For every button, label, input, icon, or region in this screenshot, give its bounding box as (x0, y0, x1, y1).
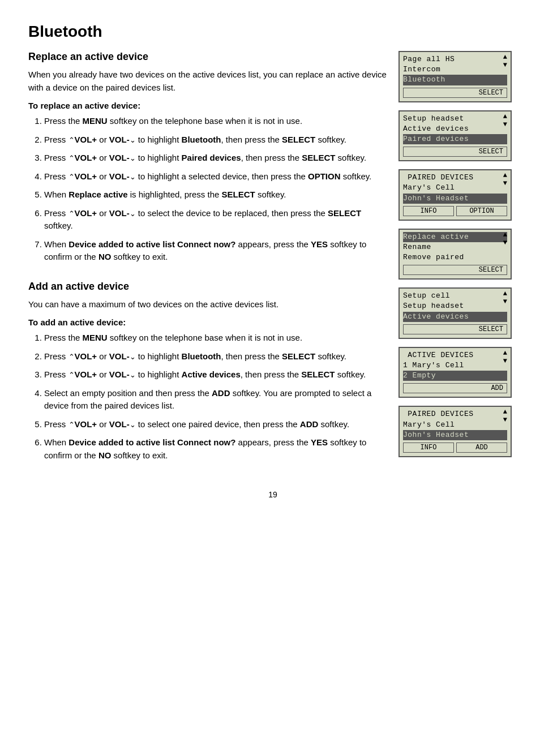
section1-heading: Replace an active device (28, 51, 387, 63)
step-2-2: Press ⌃VOL+ or VOL-⌄ to highlight Blueto… (44, 350, 387, 363)
screen2-line3-highlighted: Paired devices (403, 134, 507, 144)
screens-column: ▲▼ Page all HS Intercom Bluetooth SELECT… (398, 51, 517, 473)
screen2-softkey: SELECT (403, 147, 507, 157)
page-number: 19 (28, 490, 517, 499)
screen6-softkey: ADD (403, 383, 507, 393)
step-1-1: Press the MENU softkey on the telephone … (44, 115, 387, 128)
step-1-3: Press ⌃VOL+ or VOL-⌄ to highlight Paired… (44, 152, 387, 165)
step-1-6: Press ⌃VOL+ or VOL-⌄ to select the devic… (44, 207, 387, 233)
screen5-line2: Setup headset (403, 301, 507, 311)
screen7-line1: Mary's Cell (403, 420, 507, 430)
step-2-4: Select an empty position and then press … (44, 387, 387, 413)
screen7-title: PAIRED DEVICES (403, 409, 507, 419)
up-arrow-4: ▲▼ (503, 231, 507, 247)
lcd-screen-3: ▲▼ PAIRED DEVICES Mary's Cell John's Hea… (398, 169, 512, 221)
screen2-line1: Setup headset (403, 114, 507, 124)
screen4-line2: Rename (403, 242, 507, 252)
screen7-line2-highlighted: John's Headset (403, 430, 507, 440)
screen3-softkey-option: OPTION (456, 206, 507, 216)
up-arrow-3: ▲▼ (503, 171, 507, 187)
screen6-line1: 1 Mary's Cell (403, 360, 507, 371)
step-1-4: Press ⌃VOL+ or VOL-⌄ to highlight a sele… (44, 170, 387, 183)
step-1-2: Press ⌃VOL+ or VOL-⌄ to highlight Blueto… (44, 134, 387, 147)
screen5-line3-highlighted: Active devices (403, 312, 507, 322)
section1-intro: When you already have two devices on the… (28, 68, 387, 94)
screen5-line1: Setup cell (403, 291, 507, 301)
screen5-softkey: SELECT (403, 324, 507, 334)
screen1-line2: Intercom (403, 65, 507, 75)
section2-heading: Add an active device (28, 281, 387, 293)
page-title: Bluetooth (28, 23, 517, 41)
section1-subheading: To replace an active device: (28, 101, 387, 110)
step-2-3: Press ⌃VOL+ or VOL-⌄ to highlight Active… (44, 368, 387, 381)
step-1-5: When Replace active is highlighted, pres… (44, 188, 387, 201)
up-arrow-7: ▲▼ (503, 408, 507, 424)
screen1-line1: Page all HS (403, 54, 507, 65)
lcd-screen-2: ▲▼ Setup headset Active devices Paired d… (398, 110, 512, 162)
screen2-line2: Active devices (403, 124, 507, 134)
screen4-softkey: SELECT (403, 265, 507, 275)
up-arrow-1: ▲▼ (503, 53, 507, 69)
up-arrow-6: ▲▼ (503, 349, 507, 365)
up-arrow-5: ▲▼ (503, 290, 507, 306)
screen7-softkey-add: ADD (456, 443, 507, 453)
screen3-line1: Mary's Cell (403, 183, 507, 193)
lcd-screen-4: ▲▼ Replace active Rename Remove paired S… (398, 229, 512, 280)
screen3-softkey-info: INFO (403, 206, 454, 216)
screen6-line2-highlighted: 2 Empty (403, 371, 507, 381)
screen7-softkey-info: INFO (403, 443, 454, 453)
text-column: Replace an active device When you alread… (28, 51, 398, 473)
section2-intro: You can have a maximum of two devices on… (28, 298, 387, 311)
screen4-line3: Remove paired (403, 252, 507, 263)
screen3-title: PAIRED DEVICES (403, 173, 507, 183)
screen3-line2-highlighted: John's Headset (403, 194, 507, 204)
screen1-softkey: SELECT (403, 88, 507, 98)
step-2-6: When Device added to active list Connect… (44, 436, 387, 462)
section2-subheading: To add an active device: (28, 317, 387, 327)
step-1-7: When Device added to active list Connect… (44, 238, 387, 264)
screen6-title: ACTIVE DEVICES (403, 350, 507, 360)
screen4-line1-highlighted: Replace active (403, 232, 507, 242)
lcd-screen-7: ▲▼ PAIRED DEVICES Mary's Cell John's Hea… (398, 406, 512, 457)
step-2-5: Press ⌃VOL+ or VOL-⌄ to select one paire… (44, 418, 387, 431)
screen7-softkeys: INFO ADD (403, 443, 507, 453)
screen3-softkeys: INFO OPTION (403, 206, 507, 216)
lcd-screen-5: ▲▼ Setup cell Setup headset Active devic… (398, 287, 512, 339)
up-arrow-2: ▲▼ (503, 113, 507, 128)
lcd-screen-6: ▲▼ ACTIVE DEVICES 1 Mary's Cell 2 Empty … (398, 347, 512, 398)
section1-steps: Press the MENU softkey on the telephone … (44, 115, 387, 264)
lcd-screen-1: ▲▼ Page all HS Intercom Bluetooth SELECT (398, 51, 512, 102)
section2-steps: Press the MENU softkey on the telephone … (44, 332, 387, 462)
screen1-line3-highlighted: Bluetooth (403, 75, 507, 85)
step-2-1: Press the MENU softkey on the telephone … (44, 332, 387, 345)
